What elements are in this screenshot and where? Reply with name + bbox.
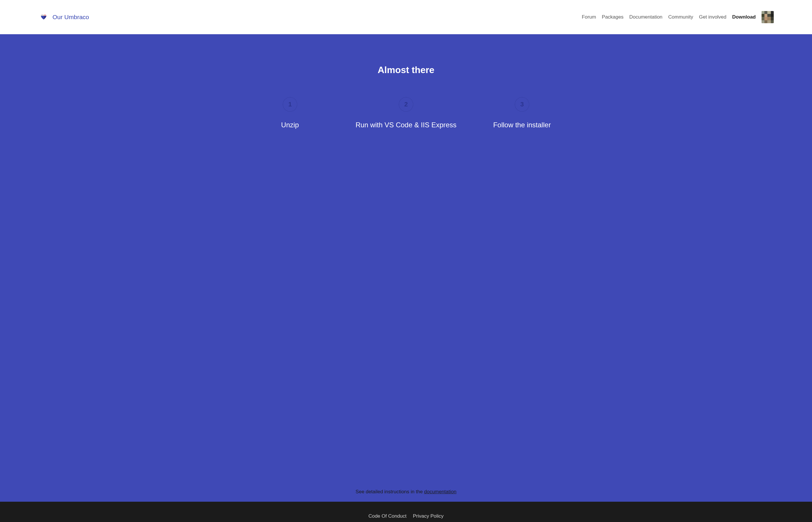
step-3: 3 Follow the installer — [464, 97, 580, 129]
svg-rect-15 — [767, 20, 771, 23]
hero-section: Almost there 1 Unzip 2 Run with VS Code … — [0, 34, 812, 502]
nav-item-forum[interactable]: Forum — [582, 14, 596, 20]
step-number: 3 — [520, 101, 524, 108]
nav-item-documentation[interactable]: Documentation — [629, 14, 662, 20]
svg-rect-6 — [765, 14, 767, 17]
site-footer: Code Of Conduct Privacy Policy — [0, 502, 812, 522]
nav-item-community[interactable]: Community — [668, 14, 693, 20]
header-brand[interactable]: Our Umbraco — [40, 14, 89, 21]
footer-links: Code Of Conduct Privacy Policy — [368, 513, 443, 519]
svg-rect-8 — [771, 14, 774, 17]
svg-rect-14 — [765, 20, 767, 23]
svg-rect-9 — [762, 17, 765, 20]
site-title: Our Umbraco — [53, 14, 89, 21]
nav-item-get-involved[interactable]: Get involved — [699, 14, 727, 20]
svg-rect-10 — [765, 17, 767, 20]
documentation-link[interactable]: documentation — [424, 489, 456, 495]
primary-nav: Forum Packages Documentation Community G… — [582, 14, 756, 20]
svg-rect-2 — [765, 11, 767, 14]
doc-note: See detailed instructions in the documen… — [0, 489, 812, 495]
step-2: 2 Run with VS Code & IIS Express — [348, 97, 464, 129]
step-circle: 2 — [399, 97, 413, 112]
svg-rect-12 — [771, 17, 774, 20]
svg-rect-5 — [762, 14, 765, 17]
svg-rect-7 — [767, 14, 771, 17]
umbraco-heart-logo-icon — [40, 14, 47, 21]
svg-rect-16 — [771, 20, 774, 23]
step-circle: 1 — [283, 97, 297, 112]
step-number: 1 — [288, 101, 292, 108]
svg-rect-13 — [762, 20, 765, 23]
svg-rect-1 — [762, 11, 765, 14]
nav-item-packages[interactable]: Packages — [602, 14, 624, 20]
svg-rect-11 — [767, 17, 771, 20]
header-right: Forum Packages Documentation Community G… — [582, 11, 774, 23]
step-number: 2 — [404, 101, 408, 108]
footer-link-code-of-conduct[interactable]: Code Of Conduct — [368, 513, 406, 519]
step-1: 1 Unzip — [232, 97, 348, 129]
svg-rect-3 — [767, 11, 771, 14]
page-title: Almost there — [378, 65, 434, 75]
install-steps: 1 Unzip 2 Run with VS Code & IIS Express… — [232, 97, 580, 129]
step-label: Unzip — [281, 121, 299, 129]
footer-link-privacy-policy[interactable]: Privacy Policy — [413, 513, 444, 519]
step-circle: 3 — [515, 97, 529, 112]
site-header: Our Umbraco Forum Packages Documentation… — [0, 0, 812, 34]
step-label: Follow the installer — [493, 121, 551, 129]
doc-note-prefix: See detailed instructions in the — [356, 489, 424, 495]
step-label: Run with VS Code & IIS Express — [356, 121, 456, 129]
svg-rect-4 — [771, 11, 774, 14]
nav-item-download[interactable]: Download — [732, 14, 756, 20]
avatar[interactable] — [762, 11, 774, 23]
